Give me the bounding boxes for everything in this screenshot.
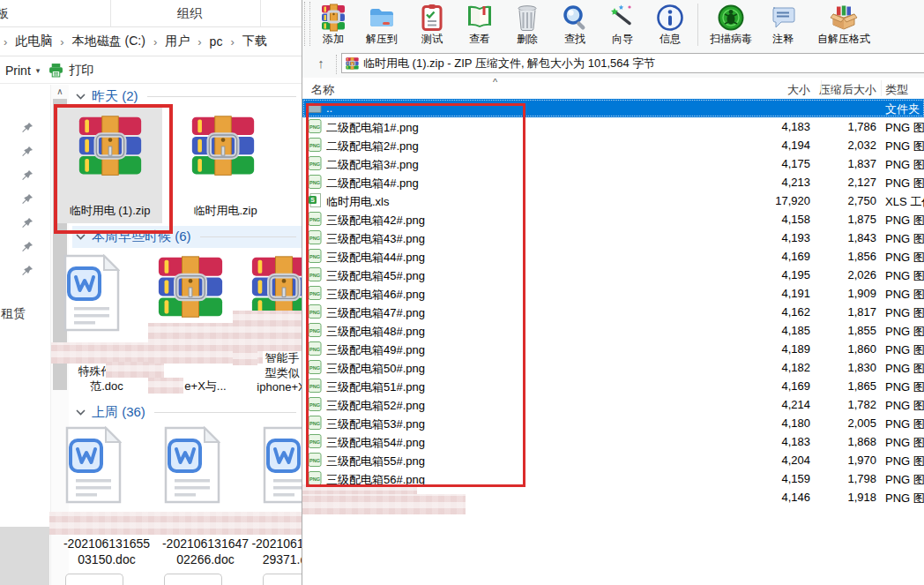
file-item-label[interactable]: 智能手 <box>256 350 309 366</box>
group-header-earlier-week[interactable]: 本周早些时候 (6) <box>76 229 296 245</box>
file-row[interactable]: PNG三级配电箱44#.png4,1691,856PNG 图像 <box>302 247 924 266</box>
file-row[interactable]: PNG三级配电箱42#.png4,1581,875PNG 图像 <box>302 210 924 229</box>
file-item-label[interactable]: 02266.doc <box>145 552 266 566</box>
breadcrumb-this-pc[interactable]: 此电脑 <box>15 34 52 49</box>
print-label[interactable]: 打印 <box>69 63 93 79</box>
column-header-type[interactable]: 类型 <box>885 82 908 98</box>
rar-archive-icon[interactable] <box>78 116 143 181</box>
file-row[interactable]: PNG二级配电箱2#.png4,1942,032PNG 图像 <box>302 136 924 154</box>
file-row[interactable]: PNG三级配电箱52#.png4,2141,782PNG 图像 <box>302 395 924 414</box>
column-header-name[interactable]: 名称 <box>311 82 334 98</box>
scroll-up-icon[interactable]: ∧ <box>51 85 69 99</box>
column-header-size[interactable]: 大小 <box>787 82 810 98</box>
svg-text:PNG: PNG <box>309 402 320 408</box>
file-item-label[interactable]: 范.doc <box>49 379 164 394</box>
ribbon-tab-organize[interactable]: 组织 <box>132 6 247 22</box>
word-doc-icon[interactable] <box>164 426 220 507</box>
file-item-label[interactable]: 临时用电 (1).zip <box>57 203 162 219</box>
word-doc-icon[interactable] <box>65 426 122 507</box>
png-file-icon: PNG <box>308 212 322 226</box>
file-row[interactable]: PNG三级配电箱47#.png4,1621,817PNG 图像 <box>302 303 924 321</box>
svg-text:PNG: PNG <box>309 124 320 130</box>
toolbar-button-sfx-box[interactable]: 自解压格式 <box>808 1 880 47</box>
file-row[interactable]: PNG三级配电箱55#.png4,2041,970PNG 图像 <box>302 451 924 469</box>
file-item-label[interactable]: 型类似 <box>256 365 309 381</box>
ribbon-tab-partial[interactable]: 板 <box>0 6 9 22</box>
column-separator[interactable] <box>881 80 882 96</box>
column-header-packed[interactable]: 压缩后大小 <box>819 82 876 98</box>
file-row[interactable]: PNG二级配电箱4#.png4,2132,127PNG 图像 <box>302 173 924 191</box>
breadcrumb-users[interactable]: 用户 <box>165 34 190 49</box>
censor-block <box>148 378 183 394</box>
dropdown-caret-icon[interactable]: ▾ <box>36 66 41 75</box>
file-row[interactable]: PNG三级配电箱51#.png4,1691,865PNG 图像 <box>302 377 924 395</box>
file-size: 4,213 <box>781 176 810 189</box>
file-row[interactable]: PNG三级配电箱49#.png4,1891,860PNG 图像 <box>302 340 924 358</box>
breadcrumb-pc[interactable]: pc <box>210 34 223 49</box>
word-doc-icon[interactable] <box>63 254 120 335</box>
pin-icon[interactable] <box>21 193 34 206</box>
file-row[interactable]: PNG三级配电箱43#.png4,1931,843PNG 图像 <box>302 229 924 247</box>
folder-up-icon <box>308 101 322 115</box>
file-type: PNG 图像 <box>885 361 924 377</box>
file-item-label[interactable]: 临时用电.zip <box>170 203 280 219</box>
file-name: 三级配电箱43#.png <box>326 231 425 247</box>
pin-icon[interactable] <box>21 146 34 158</box>
archive-path-combobox[interactable]: 临时用电 (1).zip - ZIP 压缩文件, 解包大小为 101,564 字… <box>341 53 924 73</box>
file-packed-size: 1,837 <box>847 157 876 170</box>
explorer-ribbon-tabs: 板 组织 <box>0 0 302 27</box>
file-item-label[interactable]: -2021061 <box>247 536 309 551</box>
print-button[interactable]: Print <box>5 64 31 78</box>
pin-icon[interactable] <box>21 241 34 253</box>
file-size: 4,169 <box>781 250 810 263</box>
chevron-down-icon[interactable] <box>76 409 86 416</box>
breadcrumb-c-drive[interactable]: 本地磁盘 (C:) <box>72 34 145 49</box>
toolbar-button-comment-bubble[interactable]: 注释 <box>762 1 804 47</box>
file-name: 三级配电箱54#.png <box>326 435 425 451</box>
toolbar-button-extract-folder[interactable]: 解压到 <box>357 1 406 47</box>
chevron-down-icon[interactable] <box>76 94 86 100</box>
toolbar-button-virus-scan[interactable]: 扫描病毒 <box>704 1 758 47</box>
nav-item-partial-label[interactable]: 租赁 <box>1 306 26 322</box>
pin-icon[interactable] <box>21 217 34 229</box>
column-separator[interactable] <box>821 80 822 96</box>
breadcrumb-downloads[interactable]: 下载 <box>242 34 267 49</box>
file-row[interactable]: PNG三级配电箱50#.png4,1821,830PNG 图像 <box>302 358 924 377</box>
svg-text:PNG: PNG <box>309 161 320 167</box>
up-one-level-button[interactable]: ↑ <box>309 53 332 74</box>
rar-archive-icon[interactable] <box>157 256 224 323</box>
explorer-window: 板 组织 › 此电脑 › 本地磁盘 (C:) › 用户 › pc › 下载 Pr… <box>0 0 302 585</box>
toolbar-button-info-circle[interactable]: 信息 <box>648 1 692 47</box>
file-row[interactable]: PNG三级配电箱45#.png4,1952,026PNG 图像 <box>302 266 924 284</box>
file-row[interactable]: PNG三级配电箱46#.png4,1911,909PNG 图像 <box>302 284 924 303</box>
toolbar-button-label: 注释 <box>772 32 794 47</box>
rar-archive-icon[interactable] <box>190 116 256 181</box>
toolbar-button-view-book[interactable]: 查看 <box>458 1 502 47</box>
file-size: 4,191 <box>781 287 810 300</box>
file-packed-size: 1,875 <box>847 213 876 226</box>
toolbar-button-test-clipboard[interactable]: 测试 <box>410 1 454 47</box>
chevron-down-icon[interactable] <box>76 234 86 240</box>
file-row[interactable]: PNG二级配电箱3#.png4,1751,837PNG 图像 <box>302 154 924 173</box>
delete-trash-icon <box>513 3 542 32</box>
pin-icon[interactable] <box>21 265 34 277</box>
toolbar-button-find-magnifier[interactable]: 查找 <box>553 1 597 47</box>
toolbar-button-wizard-wand[interactable]: 向导 <box>600 1 645 47</box>
file-row[interactable]: PNG二级配电箱1#.png4,1831,786PNG 图像 <box>302 117 924 136</box>
pin-icon[interactable] <box>21 169 34 182</box>
svg-text:PNG: PNG <box>309 217 320 222</box>
file-row[interactable]: S临时用电.xls17,9202,750XLS 工作表 <box>302 191 924 210</box>
png-file-icon: PNG <box>308 397 322 411</box>
file-row[interactable]: PNG三级配电箱54#.png4,1831,868PNG 图像 <box>302 432 924 451</box>
toolbar-button-add-archive[interactable]: 添加 <box>313 1 354 47</box>
file-row[interactable]: PNG三级配电箱48#.png4,1851,855PNG 图像 <box>302 321 924 340</box>
pin-icon[interactable] <box>21 122 34 134</box>
group-header-last-week[interactable]: 上周 (36) <box>76 404 296 421</box>
file-type: PNG 图像 <box>885 472 924 488</box>
censor-block <box>233 349 257 365</box>
toolbar-button-delete-trash[interactable]: 删除 <box>505 1 549 47</box>
file-row[interactable]: PNG三级配电箱53#.png4,1802,005PNG 图像 <box>302 414 924 432</box>
toolbar-grip <box>304 2 305 46</box>
file-row[interactable]: ..文件夹 <box>302 99 924 117</box>
group-header-yesterday[interactable]: 昨天 (2) <box>76 88 296 105</box>
